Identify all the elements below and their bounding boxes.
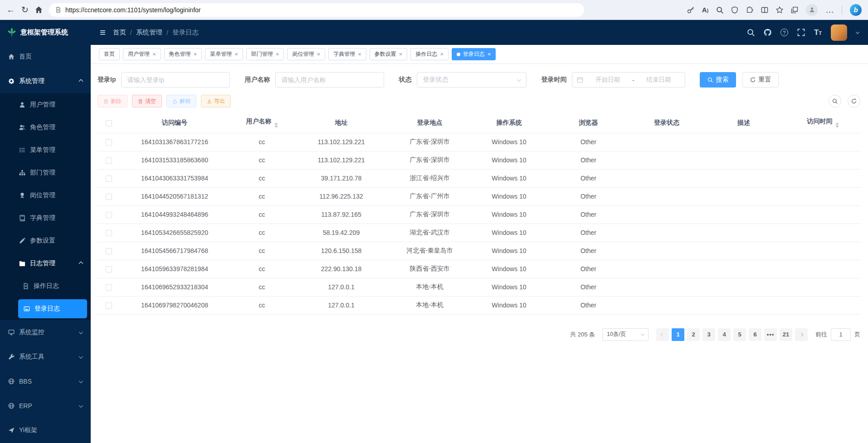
- fullscreen-icon[interactable]: [797, 29, 805, 36]
- password-key-icon[interactable]: [687, 6, 694, 14]
- sidebar-item-home[interactable]: 首页: [0, 44, 91, 69]
- help-icon[interactable]: ?: [780, 29, 788, 36]
- sidebar-item-menu-mgmt[interactable]: 菜单管理: [0, 139, 91, 161]
- toggle-search-button[interactable]: [829, 95, 841, 107]
- sidebar-item-erp[interactable]: ERP: [0, 394, 91, 418]
- sidebar-item-dept-mgmt[interactable]: 部门管理: [0, 161, 91, 184]
- username-input[interactable]: [275, 72, 384, 88]
- start-date-placeholder[interactable]: 开始日期: [586, 76, 629, 84]
- clear-button[interactable]: 清空: [132, 95, 162, 107]
- back-button[interactable]: ←: [6, 5, 15, 14]
- tab-param-setting[interactable]: 参数设置×: [370, 48, 408, 60]
- browser-menu-icon[interactable]: …: [825, 5, 834, 14]
- unlock-button[interactable]: 解锁: [166, 95, 196, 107]
- split-screen-icon[interactable]: [761, 6, 768, 14]
- tab-post-mgmt[interactable]: 岗位管理×: [287, 48, 325, 60]
- sidebar-item-role-mgmt[interactable]: 角色管理: [0, 116, 91, 139]
- row-checkbox[interactable]: [106, 194, 112, 200]
- row-checkbox[interactable]: [106, 284, 112, 291]
- tab-menu-mgmt[interactable]: 菜单管理×: [205, 48, 243, 60]
- sidebar-item-user-mgmt[interactable]: 用户管理: [0, 93, 91, 116]
- breadcrumb-item-system[interactable]: 系统管理: [136, 28, 162, 37]
- user-avatar[interactable]: [831, 24, 847, 41]
- avatar-caret-icon[interactable]: [856, 30, 859, 34]
- read-aloud-icon[interactable]: A): [702, 6, 708, 14]
- sidebar-item-system-monitor[interactable]: 系统监控: [0, 320, 91, 345]
- table-row[interactable]: 1641069798270046208 cc 127.0.0.1 本地-本机 W…: [98, 296, 861, 314]
- date-range-picker[interactable]: 开始日期 - 结束日期: [572, 72, 685, 88]
- row-checkbox[interactable]: [106, 266, 112, 273]
- sort-icon[interactable]: [835, 122, 839, 128]
- table-row[interactable]: 1641031533185863680 cc 113.102.129.221 广…: [98, 151, 861, 169]
- bing-copilot-icon[interactable]: b: [850, 4, 862, 16]
- zoom-icon[interactable]: [716, 6, 723, 14]
- table-row[interactable]: 1641044993248464896 cc 113.87.92.165 广东省…: [98, 205, 861, 224]
- row-checkbox[interactable]: [106, 212, 112, 218]
- page-button-5[interactable]: 5: [733, 328, 746, 341]
- page-button-6[interactable]: 6: [749, 328, 761, 341]
- select-all-checkbox[interactable]: [106, 120, 112, 127]
- close-icon[interactable]: ×: [358, 51, 361, 57]
- page-button-3[interactable]: 3: [702, 328, 715, 341]
- login-ip-input[interactable]: [121, 72, 230, 88]
- tab-operation-log[interactable]: 操作日志×: [410, 48, 449, 60]
- collections-icon[interactable]: [791, 6, 798, 14]
- close-icon[interactable]: ×: [194, 51, 197, 57]
- col-user-name[interactable]: 用户名称: [229, 113, 295, 133]
- address-bar[interactable]: https://ccnetcore.com:1101/system/log/lo…: [49, 3, 584, 17]
- tab-user-mgmt[interactable]: 用户管理×: [123, 48, 161, 60]
- row-checkbox[interactable]: [106, 230, 112, 236]
- favorites-icon[interactable]: [776, 6, 783, 14]
- table-row[interactable]: 1641054566717984768 cc 120.6.150.158 河北省…: [98, 242, 861, 260]
- search-button[interactable]: 搜索: [700, 72, 736, 88]
- sidebar-item-log-mgmt[interactable]: 日志管理: [0, 252, 91, 275]
- table-row[interactable]: 1641059633978281984 cc 222.90.130.18 陕西省…: [98, 260, 861, 278]
- close-icon[interactable]: ×: [488, 51, 491, 57]
- page-button-2[interactable]: 2: [687, 328, 700, 341]
- font-size-icon[interactable]: TT: [814, 28, 822, 37]
- prev-page-button[interactable]: [656, 328, 669, 341]
- row-checkbox[interactable]: [106, 175, 112, 182]
- close-icon[interactable]: ×: [399, 51, 403, 57]
- row-checkbox[interactable]: [106, 302, 112, 309]
- reset-button[interactable]: 重置: [742, 72, 779, 88]
- close-icon[interactable]: ×: [440, 51, 444, 57]
- more-pages-button[interactable]: •••: [764, 328, 777, 341]
- login-status-select[interactable]: 登录状态: [417, 72, 527, 88]
- extensions-icon[interactable]: [746, 6, 753, 14]
- export-button[interactable]: 导出: [201, 95, 231, 107]
- row-checkbox[interactable]: [106, 139, 112, 146]
- tab-home[interactable]: 首页: [99, 48, 120, 60]
- sidebar-item-yi-framework[interactable]: Yi框架: [0, 418, 91, 443]
- table-row[interactable]: 1641069652933218304 cc 127.0.0.1 本地-本机 W…: [98, 278, 861, 296]
- refresh-table-button[interactable]: [848, 95, 860, 107]
- tab-dict-mgmt[interactable]: 字典管理×: [328, 48, 366, 60]
- sidebar-item-login-log[interactable]: 登录日志: [18, 299, 87, 318]
- browser-profile-icon[interactable]: [806, 4, 818, 16]
- page-button-21[interactable]: 21: [780, 328, 792, 341]
- github-icon[interactable]: [764, 29, 771, 36]
- tab-role-mgmt[interactable]: 角色管理×: [164, 48, 202, 60]
- end-date-placeholder[interactable]: 结束日期: [637, 76, 681, 84]
- row-checkbox[interactable]: [106, 248, 112, 254]
- col-access-time[interactable]: 访问时间: [785, 113, 861, 133]
- app-logo[interactable]: 意框架管理系统: [0, 20, 91, 44]
- sidebar-item-system-tools[interactable]: 系统工具: [0, 345, 91, 369]
- close-icon[interactable]: ×: [276, 51, 279, 57]
- table-row[interactable]: 1641053426655825920 cc 58.19.42.209 湖北省-…: [98, 224, 861, 242]
- search-icon[interactable]: [747, 29, 755, 36]
- sidebar-item-operation-log[interactable]: 操作日志: [0, 275, 91, 297]
- sidebar-item-dict-mgmt[interactable]: 字典管理: [0, 207, 91, 229]
- breadcrumb-item-home[interactable]: 首页: [113, 28, 126, 37]
- close-icon[interactable]: ×: [317, 51, 320, 57]
- table-row[interactable]: 1641044520567181312 cc 112.96.225.132 广东…: [98, 187, 861, 205]
- tracking-prevention-icon[interactable]: [731, 6, 738, 14]
- tab-dept-mgmt[interactable]: 部门管理×: [246, 48, 284, 60]
- table-row[interactable]: 1641031367863177216 cc 113.102.129.221 广…: [98, 133, 861, 151]
- hamburger-menu-icon[interactable]: ≡: [100, 28, 106, 38]
- reload-button[interactable]: ↻: [21, 5, 29, 14]
- page-size-select[interactable]: 10条/页: [602, 328, 649, 341]
- page-button-1[interactable]: 1: [672, 328, 684, 341]
- delete-button[interactable]: 删除: [98, 95, 127, 107]
- sidebar-item-bbs[interactable]: BBS: [0, 369, 91, 394]
